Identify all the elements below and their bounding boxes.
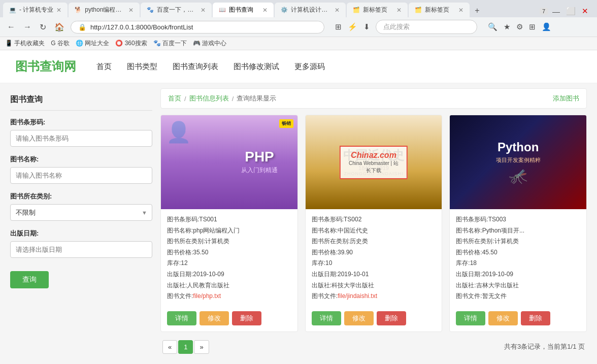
book-category-1: 图书所在类别:计算机类 — [167, 236, 291, 247]
tab-favicon-5: ⚙️ — [281, 7, 288, 14]
search-icon[interactable]: 🔍 — [486, 21, 499, 33]
ssl-icon: 🔒 — [78, 23, 86, 31]
book-name-2: 图书名称:中国近代史 — [312, 225, 436, 237]
next-page-button[interactable]: » — [194, 340, 209, 354]
tab-title-6: 新标签页 — [363, 6, 393, 14]
query-button[interactable]: 查询 — [10, 271, 49, 288]
nav-list[interactable]: 图书查询列表 — [173, 60, 218, 74]
main-nav: 首页 图书类型 图书查询列表 图书修改测试 更多源码 — [96, 60, 325, 74]
book-file-3: 图书文件:暂无文件 — [456, 291, 580, 302]
extensions-button[interactable]: ⊞ — [334, 21, 343, 33]
add-book-button[interactable]: 添加图书 — [553, 94, 579, 103]
search-box[interactable]: 点此搜索 — [376, 20, 477, 34]
name-input[interactable] — [10, 167, 152, 184]
detail-button-2[interactable]: 详情 — [312, 311, 341, 325]
tab-title-4: 图书查询 — [229, 6, 259, 14]
book-info-3: 图书条形码:TS003 图书名称:Python项目开... 图书所在类别:计算机… — [450, 209, 586, 307]
book-file-2: 图书文件:file/jindaishi.txt — [312, 291, 436, 302]
book-date-2: 出版日期:2019-10-01 — [312, 269, 436, 280]
delete-button-2[interactable]: 删除 — [377, 311, 406, 325]
edit-button-1[interactable]: 修改 — [200, 311, 229, 325]
page-wrapper: 图书查询网 首页 图书类型 图书查询列表 图书修改测试 更多源码 图书查询 图书… — [0, 50, 597, 364]
address-bar[interactable]: 🔒 http://127.0.0.1:8000/Book/frontList — [71, 21, 324, 34]
browser-tab-1[interactable]: 💻 - 计算机专业 ✕ — [3, 3, 68, 17]
bookmarks-icon[interactable]: ★ — [502, 21, 512, 33]
edit-button-3[interactable]: 修改 — [488, 311, 518, 325]
delete-button-1[interactable]: 删除 — [232, 311, 261, 325]
book-info-2: 图书条形码:TS002 图书名称:中国近代史 图书所在类别:历史类 图书价格:3… — [306, 209, 442, 307]
search-placeholder: 点此搜索 — [383, 23, 410, 30]
tab-close-7[interactable]: ✕ — [458, 7, 463, 14]
apps-icon[interactable]: ⊞ — [527, 21, 537, 33]
page-1-button[interactable]: 1 — [178, 340, 193, 354]
bookmark-google[interactable]: G 谷歌 — [51, 39, 70, 48]
book-price-1: 图书价格:35.50 — [167, 247, 291, 258]
bookmark-mobile[interactable]: 📱 手机收藏夹 — [5, 39, 45, 48]
bookmark-games[interactable]: 🎮 游戏中心 — [193, 39, 226, 48]
nav-more[interactable]: 更多源码 — [294, 60, 325, 74]
home-button[interactable]: 🏠 — [52, 20, 67, 34]
maximize-button[interactable]: ⬜ — [565, 5, 577, 17]
reload-button[interactable]: ↻ — [38, 20, 48, 34]
minimize-button[interactable]: — — [551, 6, 561, 17]
tab-favicon-3: 🐾 — [147, 7, 154, 14]
browser-tab-2[interactable]: 🐕 python编程入门 ✕ — [69, 3, 140, 17]
tab-close-5[interactable]: ✕ — [335, 7, 340, 14]
browser-tab-3[interactable]: 🐾 百度一下，你就 ✕ — [141, 3, 212, 17]
tab-close-1[interactable]: ✕ — [56, 7, 61, 14]
back-button[interactable]: ← — [5, 20, 17, 34]
browser-tab-7[interactable]: 🗂️ 新标签页 ✕ — [409, 3, 470, 17]
barcode-form-group: 图书条形码: — [10, 118, 152, 147]
book-file-link-1[interactable]: file/php.txt — [193, 292, 221, 300]
browser-tab-6[interactable]: 🗂️ 新标签页 ✕ — [347, 3, 408, 17]
detail-button-3[interactable]: 详情 — [456, 311, 485, 325]
tab-favicon-4: 📖 — [219, 7, 226, 14]
date-input[interactable] — [10, 241, 152, 258]
tab-close-3[interactable]: ✕ — [201, 7, 206, 14]
breadcrumb-bar: 首页 / 图书信息列表 / 查询结果显示 添加图书 — [160, 88, 587, 109]
tab-close-6[interactable]: ✕ — [396, 7, 402, 14]
prev-page-button[interactable]: « — [162, 340, 177, 354]
book-category-2: 图书所在类别:历史类 — [312, 236, 436, 247]
bookmark-baidu[interactable]: 🐾 百度一下 — [153, 39, 187, 48]
pagination: « 1 » — [162, 340, 209, 354]
close-browser-button[interactable]: ✕ — [580, 5, 590, 17]
book-card-2: 中国近代史 1840—1919 ZHONGGUO JINDAISHI China… — [305, 115, 443, 332]
forward-button[interactable]: → — [21, 20, 34, 34]
book-file-link-2[interactable]: file/jindaishi.txt — [338, 292, 377, 300]
browser-nav: ← → ↻ 🏠 🔒 http://127.0.0.1:8000/Book/fro… — [0, 17, 597, 37]
lightning-button[interactable]: ⚡ — [346, 21, 359, 33]
book-stock-1: 库存:12 — [167, 258, 291, 269]
download-button[interactable]: ⬇ — [362, 21, 372, 33]
pagination-bar: « 1 » 共有3条记录，当前第1/1 页 — [160, 340, 587, 354]
book-publisher-3: 出版社:吉林大学出版社 — [456, 280, 580, 291]
tab-title-3: 百度一下，你就 — [157, 6, 197, 14]
tab-title-2: python编程入门 — [85, 6, 125, 14]
edit-button-2[interactable]: 修改 — [344, 311, 374, 325]
date-label: 出版日期: — [10, 229, 152, 238]
nav-edit[interactable]: 图书修改测试 — [234, 60, 279, 74]
user-icon[interactable]: 👤 — [540, 21, 553, 33]
breadcrumb-nav: 首页 / 图书信息列表 / 查询结果显示 — [168, 94, 276, 103]
barcode-label: 图书条形码: — [10, 118, 152, 127]
nav-category[interactable]: 图书类型 — [127, 60, 157, 74]
breadcrumb-home[interactable]: 首页 — [168, 94, 181, 103]
book-cover-history: 中国近代史 1840—1919 ZHONGGUO JINDAISHI China… — [306, 115, 442, 209]
bookmark-hao123[interactable]: 🌐 网址大全 — [76, 39, 109, 48]
category-select[interactable]: 不限制 计算机类 历史类 — [10, 204, 152, 221]
detail-button-1[interactable]: 详情 — [167, 311, 196, 325]
watermark-sub: China Webmaster | 站长下载 — [348, 160, 400, 174]
nav-home[interactable]: 首页 — [96, 60, 112, 74]
settings-icon[interactable]: ⚙ — [515, 21, 524, 33]
browser-tab-5[interactable]: ⚙️ 计算机设计大神 ✕ — [275, 3, 346, 17]
bookmark-360[interactable]: ⭕ 360搜索 — [115, 39, 147, 48]
tab-close-4[interactable]: ✕ — [262, 7, 268, 14]
barcode-input[interactable] — [10, 130, 152, 147]
tab-title-5: 计算机设计大神 — [291, 6, 331, 14]
browser-tab-4[interactable]: 📖 图书查询 ✕ — [213, 3, 274, 17]
breadcrumb-list[interactable]: 图书信息列表 — [189, 94, 229, 103]
new-tab-button[interactable]: + — [471, 4, 483, 17]
tab-close-2[interactable]: ✕ — [128, 7, 134, 14]
delete-button-3[interactable]: 删除 — [521, 311, 550, 325]
book-file-1: 图书文件:file/php.txt — [167, 291, 291, 302]
